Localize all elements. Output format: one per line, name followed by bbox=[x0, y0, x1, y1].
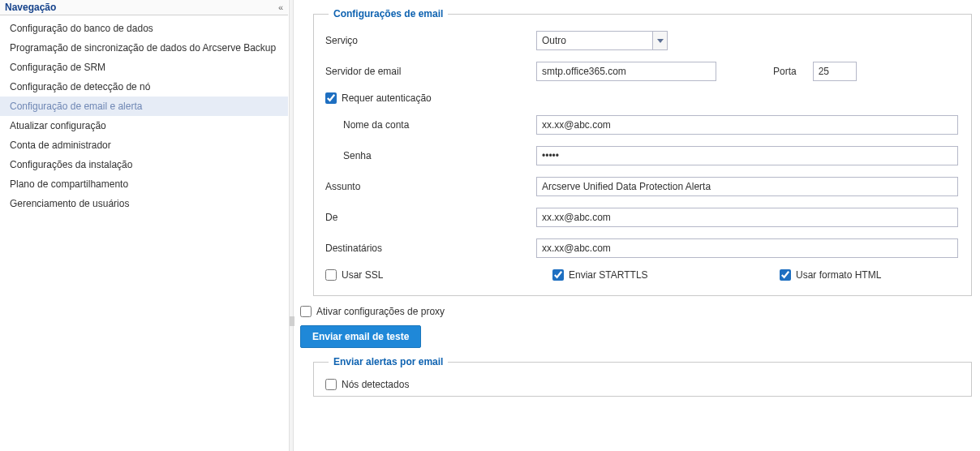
subject-label: Assunto bbox=[325, 181, 536, 192]
use-ssl-input[interactable] bbox=[325, 269, 337, 281]
send-test-email-button[interactable]: Enviar email de teste bbox=[300, 325, 421, 348]
account-name-label: Nome da conta bbox=[325, 119, 536, 131]
requires-auth-checkbox[interactable]: Requer autenticação bbox=[325, 92, 432, 104]
sidebar-item-user-mgmt[interactable]: Gerenciamento de usuários bbox=[0, 194, 288, 213]
nodes-detected-label: Nós detectados bbox=[342, 379, 409, 390]
nav-list: Configuração do banco de dados Programaç… bbox=[0, 15, 288, 213]
send-alerts-group: Enviar alertas por email Nós detectados bbox=[313, 356, 972, 397]
use-html-label: Usar formato HTML bbox=[796, 269, 881, 281]
main-panel: Configurações de email Serviço Servidor … bbox=[294, 0, 980, 451]
enable-proxy-label: Ativar configurações de proxy bbox=[316, 306, 445, 317]
email-settings-legend: Configurações de email bbox=[329, 8, 448, 19]
from-input[interactable] bbox=[536, 208, 958, 227]
nodes-detected-input[interactable] bbox=[325, 379, 337, 390]
collapse-icon[interactable]: « bbox=[278, 2, 283, 12]
password-input[interactable] bbox=[536, 146, 958, 165]
send-starttls-label: Enviar STARTTLS bbox=[569, 269, 648, 281]
use-ssl-checkbox[interactable]: Usar SSL bbox=[325, 269, 552, 281]
service-select[interactable] bbox=[536, 31, 668, 50]
sidebar-item-srm[interactable]: Configuração de SRM bbox=[0, 58, 288, 77]
service-value[interactable] bbox=[536, 31, 653, 50]
from-label: De bbox=[325, 212, 536, 223]
sidebar-header: Navegação « bbox=[0, 0, 288, 15]
service-label: Serviço bbox=[325, 35, 536, 46]
nodes-detected-checkbox[interactable]: Nós detectados bbox=[325, 379, 409, 390]
sidebar-item-db-config[interactable]: Configuração do banco de dados bbox=[0, 19, 288, 38]
sidebar: Navegação « Configuração do banco de dad… bbox=[0, 0, 289, 451]
enable-proxy-checkbox[interactable]: Ativar configurações de proxy bbox=[300, 306, 445, 317]
use-html-input[interactable] bbox=[780, 269, 791, 281]
requires-auth-input[interactable] bbox=[325, 92, 337, 104]
use-html-checkbox[interactable]: Usar formato HTML bbox=[780, 269, 881, 281]
sidebar-item-share-plan[interactable]: Plano de compartilhamento bbox=[0, 174, 288, 194]
mail-server-input[interactable] bbox=[536, 62, 716, 81]
enable-proxy-input[interactable] bbox=[300, 306, 312, 317]
subject-input[interactable] bbox=[536, 177, 958, 196]
requires-auth-label: Requer autenticação bbox=[342, 92, 432, 104]
dropdown-trigger-icon[interactable] bbox=[653, 31, 668, 50]
sidebar-item-node-detect[interactable]: Configuração de detecção de nó bbox=[0, 77, 288, 97]
mail-server-label: Servidor de email bbox=[325, 66, 536, 77]
send-starttls-checkbox[interactable]: Enviar STARTTLS bbox=[552, 269, 780, 281]
sidebar-item-update-config[interactable]: Atualizar configuração bbox=[0, 116, 288, 135]
port-label: Porta bbox=[773, 66, 797, 77]
nav-title: Navegação bbox=[5, 2, 56, 13]
email-settings-group: Configurações de email Serviço Servidor … bbox=[313, 8, 972, 296]
account-name-input[interactable] bbox=[536, 115, 958, 135]
sidebar-item-email-alert[interactable]: Configuração de email e alerta bbox=[0, 97, 288, 116]
splitter[interactable] bbox=[289, 0, 294, 451]
port-input[interactable] bbox=[813, 62, 857, 81]
sidebar-item-sync-schedule[interactable]: Programação de sincronização de dados do… bbox=[0, 38, 288, 58]
recipients-label: Destinatários bbox=[325, 243, 536, 254]
sidebar-item-admin-account[interactable]: Conta de administrador bbox=[0, 135, 288, 155]
password-label: Senha bbox=[325, 150, 536, 161]
send-alerts-legend: Enviar alertas por email bbox=[329, 356, 448, 367]
send-starttls-input[interactable] bbox=[552, 269, 564, 281]
sidebar-item-install-config[interactable]: Configurações da instalação bbox=[0, 155, 288, 174]
use-ssl-label: Usar SSL bbox=[342, 269, 383, 281]
recipients-input[interactable] bbox=[536, 238, 958, 258]
